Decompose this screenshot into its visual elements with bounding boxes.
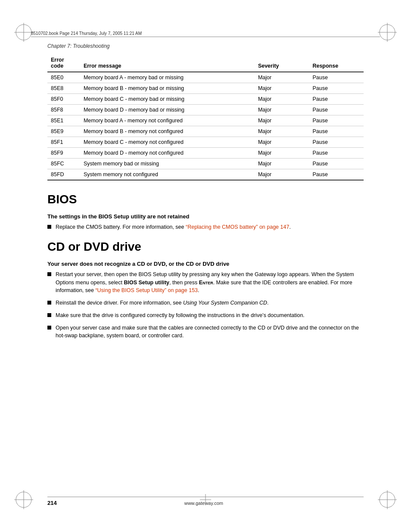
bullet-icon-3: [47, 301, 51, 305]
center-crosshair: [199, 493, 212, 507]
chapter-title: Chapter 7: Troubleshooting: [47, 43, 364, 49]
cell-message: Memory board C - memory bad or missing: [80, 94, 255, 105]
page-container: 8510702.book Page 214 Thursday, July 7, …: [0, 0, 411, 532]
cd-dvd-bullet-list: Restart your server, then open the BIOS …: [47, 271, 364, 340]
col-header-response: Response: [309, 54, 364, 72]
cell-response: Pause: [309, 137, 364, 148]
col-header-message: Error message: [80, 54, 255, 72]
cell-message: Memory board D - memory not configured: [80, 148, 255, 159]
cell-severity: Major: [255, 148, 309, 159]
bullet-icon-5: [47, 326, 51, 330]
corner-mark-bl: [13, 489, 34, 510]
cell-message: System memory bad or missing: [80, 159, 255, 169]
page-number: 214: [47, 500, 57, 506]
cell-severity: Major: [255, 137, 309, 148]
header-bar: 8510702.book Page 214 Thursday, July 7, …: [31, 31, 380, 37]
cd-dvd-bullet-3-text: Make sure that the drive is configured c…: [56, 311, 305, 320]
cell-response: Pause: [309, 159, 364, 169]
cell-code: 85E1: [47, 115, 80, 126]
cmos-link[interactable]: “Replacing the CMOS battery” on page 147: [186, 224, 289, 230]
col-header-code: Errorcode: [47, 54, 80, 72]
cell-response: Pause: [309, 169, 364, 180]
cd-dvd-bullet-1: Restart your server, then open the BIOS …: [47, 271, 364, 295]
cell-severity: Major: [255, 126, 309, 137]
bios-setup-link[interactable]: “Using the BIOS Setup Utility” on page 1…: [95, 287, 198, 293]
cell-severity: Major: [255, 159, 309, 169]
cell-message: Memory board A - memory not configured: [80, 115, 255, 126]
bullet-icon-4: [47, 313, 51, 317]
table-row: 85FDSystem memory not configuredMajorPau…: [47, 169, 364, 180]
header-text: 8510702.book Page 214 Thursday, July 7, …: [31, 31, 142, 36]
bios-bullet-list: Replace the CMOS battery. For more infor…: [47, 223, 364, 231]
cd-dvd-subheading: Your server does not recognize a CD or D…: [47, 261, 364, 267]
bullet-icon-1: [47, 225, 51, 229]
cell-code: 85E9: [47, 126, 80, 137]
cell-response: Pause: [309, 148, 364, 159]
cd-dvd-bullet-1-text: Restart your server, then open the BIOS …: [56, 271, 364, 295]
cd-dvd-bullet-3: Make sure that the drive is configured c…: [47, 311, 364, 320]
table-row: 85F8Memory board D - memory bad or missi…: [47, 105, 364, 115]
bios-bullet-1: Replace the CMOS battery. For more infor…: [47, 223, 364, 231]
cell-message: Memory board D - memory bad or missing: [80, 105, 255, 115]
cell-severity: Major: [255, 83, 309, 94]
table-row: 85F1Memory board C - memory not configur…: [47, 137, 364, 148]
cell-code: 85E8: [47, 83, 80, 94]
cell-response: Pause: [309, 126, 364, 137]
table-row: 85E0Memory board A - memory bad or missi…: [47, 72, 364, 83]
cell-code: 85F8: [47, 105, 80, 115]
cell-severity: Major: [255, 72, 309, 83]
cell-code: 85FD: [47, 169, 80, 180]
cell-code: 85F1: [47, 137, 80, 148]
cell-response: Pause: [309, 105, 364, 115]
cd-dvd-bullet-4-text: Open your server case and make sure that…: [56, 324, 364, 340]
cell-response: Pause: [309, 72, 364, 83]
cell-severity: Major: [255, 115, 309, 126]
bios-subheading: The settings in the BIOS Setup utility a…: [47, 213, 364, 220]
cell-message: Memory board C - memory not configured: [80, 137, 255, 148]
cell-severity: Major: [255, 94, 309, 105]
error-table: Errorcode Error message Severity Respons…: [47, 54, 364, 180]
cell-message: Memory board B - memory bad or missing: [80, 83, 255, 94]
cell-message: Memory board A - memory bad or missing: [80, 72, 255, 83]
corner-mark-br: [377, 489, 398, 510]
cd-dvd-section-title: CD or DVD drive: [47, 240, 364, 254]
col-header-severity: Severity: [255, 54, 309, 72]
cd-dvd-bullet-2-text: Reinstall the device driver. For more in…: [56, 299, 268, 307]
table-row: 85E9Memory board B - memory not configur…: [47, 126, 364, 137]
cell-response: Pause: [309, 115, 364, 126]
cell-code: 85F9: [47, 148, 80, 159]
bullet-icon-2: [47, 272, 51, 276]
cell-response: Pause: [309, 83, 364, 94]
table-row: 85E1Memory board A - memory not configur…: [47, 115, 364, 126]
table-row: 85E8Memory board B - memory bad or missi…: [47, 83, 364, 94]
table-row: 85FCSystem memory bad or missingMajorPau…: [47, 159, 364, 169]
cell-code: 85F0: [47, 94, 80, 105]
cell-code: 85E0: [47, 72, 80, 83]
table-row: 85F9Memory board D - memory not configur…: [47, 148, 364, 159]
cell-severity: Major: [255, 169, 309, 180]
cell-message: Memory board B - memory not configured: [80, 126, 255, 137]
bios-section-title: BIOS: [47, 193, 364, 206]
cell-message: System memory not configured: [80, 169, 255, 180]
cd-dvd-bullet-4: Open your server case and make sure that…: [47, 324, 364, 340]
cd-dvd-bullet-2: Reinstall the device driver. For more in…: [47, 299, 364, 307]
cell-severity: Major: [255, 105, 309, 115]
bios-bullet-1-text: Replace the CMOS battery. For more infor…: [56, 223, 291, 231]
cell-response: Pause: [309, 94, 364, 105]
table-row: 85F0Memory board C - memory bad or missi…: [47, 94, 364, 105]
cell-code: 85FC: [47, 159, 80, 169]
content-area: Chapter 7: Troubleshooting Errorcode Err…: [47, 43, 364, 348]
